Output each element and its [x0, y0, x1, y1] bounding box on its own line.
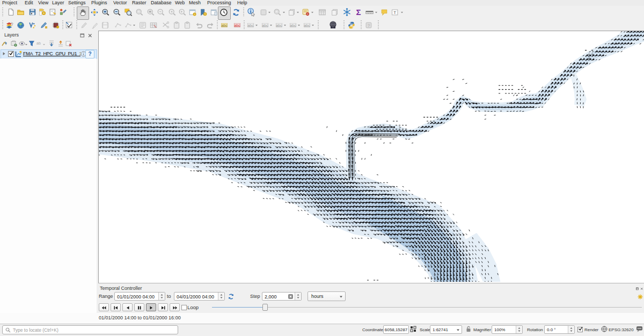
svg-text:abc: abc: [262, 24, 268, 28]
svg-text:Σ: Σ: [356, 8, 361, 17]
svg-text:abc: abc: [290, 24, 296, 28]
svg-text:abc: abc: [276, 24, 282, 28]
svg-text:ab: ab: [36, 41, 41, 45]
svg-text:abc: abc: [234, 24, 240, 28]
svg-text:T: T: [393, 10, 396, 15]
svg-text:abc: abc: [304, 24, 310, 28]
svg-text:abc: abc: [247, 24, 254, 28]
svg-text:abc: abc: [221, 24, 228, 28]
svg-text:?: ?: [368, 23, 370, 28]
